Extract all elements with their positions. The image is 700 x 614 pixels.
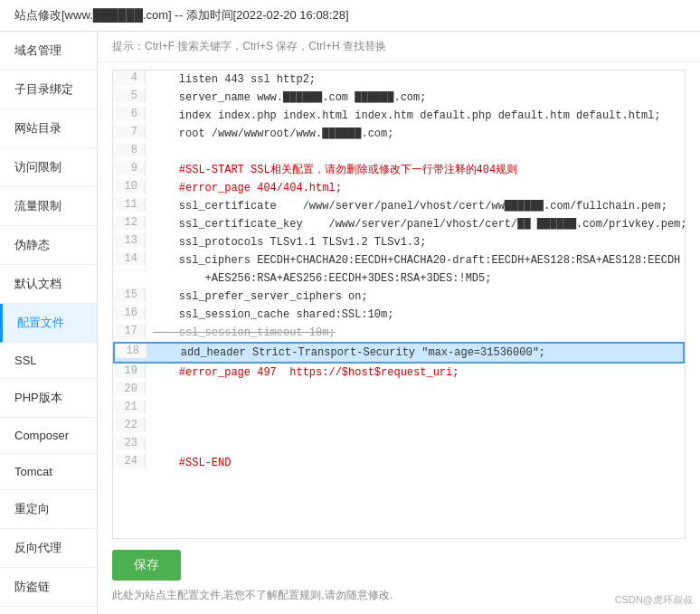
line-number: 6 — [113, 107, 146, 121]
line-content — [146, 418, 160, 420]
line-number: 19 — [113, 364, 146, 378]
sidebar-item-subdir[interactable]: 子目录绑定 — [0, 71, 97, 109]
code-line: 23 — [113, 436, 685, 454]
line-content: ssl_session_cache shared:SSL:10m; — [146, 306, 401, 324]
code-editor[interactable]: 4 listen 443 ssl http2;5 server_name www… — [112, 70, 686, 539]
sidebar-item-reverse[interactable]: 反向代理 — [0, 529, 97, 568]
line-number: 20 — [113, 382, 146, 396]
code-line: 12 ssl_certificate_key /www/server/panel… — [113, 215, 685, 233]
line-content: listen 443 ssl http2; — [146, 71, 323, 89]
line-number: 21 — [113, 400, 146, 414]
line-number: 10 — [113, 179, 146, 194]
save-button[interactable]: 保存 — [112, 550, 181, 581]
sidebar-item-php[interactable]: PHP版本 — [0, 379, 97, 418]
line-number: 7 — [113, 125, 146, 139]
code-line: 19 #error_page 497 https://$host$request… — [113, 364, 685, 382]
code-line: 17 ssl_session_timeout 10m; — [113, 324, 685, 342]
line-content: ssl_prefer_server_ciphers on; — [146, 288, 375, 306]
line-content: root /www/wwwroot/www.██████.com; — [146, 125, 401, 143]
line-content: server_name www.██████.com ██████.com; — [146, 89, 433, 107]
line-number: 16 — [113, 306, 146, 320]
code-line: 16 ssl_session_cache shared:SSL:10m; — [113, 306, 685, 324]
line-content: add_header Strict-Transport-Security "ma… — [147, 344, 553, 362]
line-content: ssl_protocols TLSv1.1 TLSv1.2 TLSv1.3; — [146, 233, 433, 251]
line-content: #error_page 404/404.html; — [146, 179, 349, 197]
code-line: +AES256:RSA+AES256:EECDH+3DES:RSA+3DES:!… — [113, 269, 685, 288]
line-content: #error_page 497 https://$host$request_ur… — [146, 364, 466, 382]
footer-area: 保存 此处为站点主配置文件,若您不了解配置规则,请勿随意修改. — [98, 539, 700, 614]
code-line: 22 — [113, 418, 685, 436]
code-line: 21 — [113, 400, 685, 418]
code-line: 6 index index.php index.html index.htm d… — [113, 107, 685, 125]
sidebar-item-domain[interactable]: 域名管理 — [0, 32, 97, 71]
code-line: 15 ssl_prefer_server_ciphers on; — [113, 288, 685, 306]
sidebar: 域名管理子目录绑定网站目录访问限制流量限制伪静态默认文档配置文件SSLPHP版本… — [0, 32, 98, 614]
line-content: ssl_ciphers EECDH+CHACHA20:EECDH+CHACHA2… — [146, 251, 686, 269]
code-line: 14 ssl_ciphers EECDH+CHACHA20:EECDH+CHAC… — [113, 251, 685, 269]
code-line: 7 root /www/wwwroot/www.██████.com; — [113, 125, 685, 143]
code-line: 8 — [113, 143, 685, 161]
hint-bar: 提示：Ctrl+F 搜索关键字，Ctrl+S 保存，Ctrl+H 查找替换 — [98, 32, 700, 62]
line-content: +AES256:RSA+AES256:EECDH+3DES:RSA+3DES:!… — [146, 269, 498, 288]
line-content — [146, 382, 160, 383]
line-content — [146, 400, 160, 401]
code-line: 11 ssl_certificate /www/server/panel/vho… — [113, 197, 685, 215]
sidebar-item-redirect[interactable]: 重定向 — [0, 490, 97, 529]
sidebar-item-config[interactable]: 配置文件 — [0, 304, 97, 343]
sidebar-item-tomcat[interactable]: Tomcat — [0, 454, 97, 490]
line-number: 15 — [113, 288, 146, 302]
line-number: 8 — [113, 143, 146, 157]
sidebar-item-access[interactable]: 访问限制 — [0, 148, 97, 187]
line-content: ssl_session_timeout 10m; — [146, 324, 343, 342]
code-line: 10 #error_page 404/404.html; — [113, 179, 685, 197]
line-content — [146, 436, 160, 438]
sidebar-item-log[interactable]: 网站日志 — [0, 607, 97, 614]
sidebar-item-default[interactable]: 默认文档 — [0, 265, 97, 304]
line-number: 18 — [115, 344, 147, 358]
code-line: 24 #SSL-END — [113, 454, 685, 472]
line-number: 17 — [113, 324, 146, 338]
line-number: 4 — [113, 71, 146, 85]
line-content: #SSL-END — [146, 454, 238, 472]
sidebar-item-composer[interactable]: Composer — [0, 418, 97, 454]
code-line: 5 server_name www.██████.com ██████.com; — [113, 89, 685, 107]
sidebar-item-pseudo[interactable]: 伪静态 — [0, 226, 97, 265]
line-number — [113, 269, 146, 271]
code-line: 9 #SSL-START SSL相关配置，请勿删除或修改下一行带注释的404规则 — [113, 161, 685, 179]
sidebar-item-ssl[interactable]: SSL — [0, 343, 97, 379]
watermark: CSDN@虎环叔叔 — [615, 593, 693, 607]
content-area: 提示：Ctrl+F 搜索关键字，Ctrl+S 保存，Ctrl+H 查找替换 4 … — [98, 32, 700, 614]
title-text: 站点修改[www.██████.com] -- 添加时间[2022-02-20 … — [14, 8, 349, 22]
line-content: ssl_certificate_key /www/server/panel/vh… — [146, 215, 686, 233]
sidebar-item-traffic[interactable]: 流量限制 — [0, 187, 97, 226]
line-content: #SSL-START SSL相关配置，请勿删除或修改下一行带注释的404规则 — [146, 161, 525, 179]
code-line: 4 listen 443 ssl http2; — [113, 71, 685, 89]
line-number: 22 — [113, 418, 146, 432]
title-bar: 站点修改[www.██████.com] -- 添加时间[2022-02-20 … — [0, 0, 700, 32]
hint-text: 提示：Ctrl+F 搜索关键字，Ctrl+S 保存，Ctrl+H 查找替换 — [112, 40, 386, 52]
line-number: 13 — [113, 233, 146, 248]
line-number: 12 — [113, 215, 146, 230]
line-number: 14 — [113, 251, 146, 266]
main-layout: 域名管理子目录绑定网站目录访问限制流量限制伪静态默认文档配置文件SSLPHP版本… — [0, 32, 700, 614]
sidebar-item-sitedir[interactable]: 网站目录 — [0, 109, 97, 148]
line-number: 9 — [113, 161, 146, 175]
line-content — [146, 143, 160, 145]
sidebar-item-hotlink[interactable]: 防盗链 — [0, 568, 97, 607]
footer-note: 此处为站点主配置文件,若您不了解配置规则,请勿随意修改. — [112, 588, 686, 603]
line-number: 11 — [113, 197, 146, 212]
line-number: 24 — [113, 454, 146, 468]
code-line: 13 ssl_protocols TLSv1.1 TLSv1.2 TLSv1.3… — [113, 233, 685, 251]
code-line: 20 — [113, 382, 685, 400]
code-line: 18 add_header Strict-Transport-Security … — [113, 342, 685, 364]
line-number: 5 — [113, 89, 146, 103]
line-number: 23 — [113, 436, 146, 450]
line-content: index index.php index.html index.htm def… — [146, 107, 668, 125]
line-content: ssl_certificate /www/server/panel/vhost/… — [146, 197, 675, 215]
